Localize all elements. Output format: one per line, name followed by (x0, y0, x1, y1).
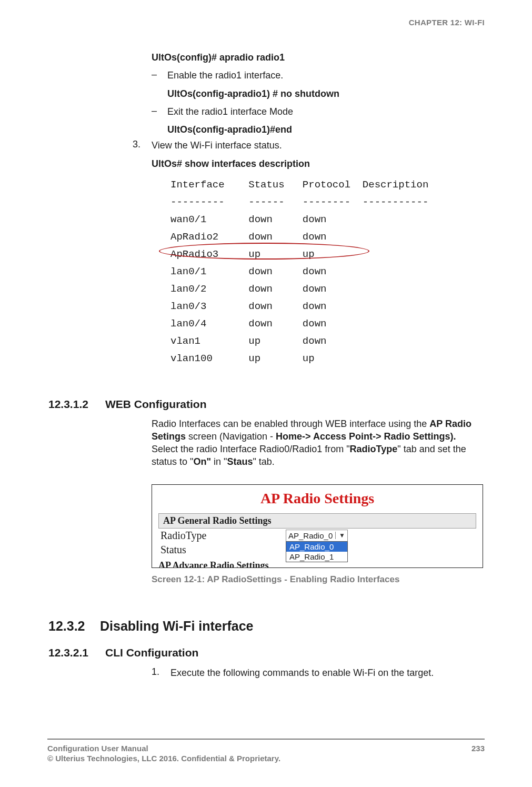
page: CHAPTER 12: WI-FI UltOs(config)# apradio… (0, 0, 532, 787)
cli-command: UltOs(config-apradio1)#end (167, 123, 485, 136)
field-label: Status (160, 544, 286, 556)
text-run: Radio Interfaces can be enabled through … (152, 419, 429, 429)
page-number: 233 (471, 744, 485, 753)
step-number: 1. (152, 666, 170, 678)
numbered-step: 3. View the Wi-Fi interface status. (133, 139, 485, 152)
field-label: RadioType (160, 530, 286, 542)
text-run: " tab. (253, 456, 274, 467)
section-heading: 12.3.2Disabling Wi-Fi interface (48, 619, 485, 634)
text-run: Home-> Access Point-> Radio Settings). (276, 431, 456, 442)
footer-rule (47, 739, 485, 740)
interface-table: Interface Status Protocol Description --… (170, 176, 485, 367)
section-title: Disabling Wi-Fi interface (100, 619, 253, 633)
dash-bullet-icon: – (152, 105, 167, 116)
paragraph: Radio Interfaces can be enabled through … (152, 418, 485, 469)
dash-bullet-icon: – (152, 69, 167, 80)
cli-command: UltOs(config)# apradio radio1 (152, 51, 485, 64)
step-text: Execute the following commands to enable… (170, 666, 434, 679)
chapter-header: CHAPTER 12: WI-FI (47, 18, 485, 27)
section-title: WEB Configuration (105, 398, 206, 410)
text-run: Select the radio Interface Radio0/Radio1… (152, 444, 350, 454)
command-block: UltOs(config)# apradio radio1 – Enable t… (152, 51, 485, 136)
section-number: 12.3.2.1 (48, 646, 105, 659)
highlight-circle (159, 243, 369, 260)
footer-row: Configuration User Manual 233 (47, 744, 485, 753)
section-number: 12.3.2 (48, 619, 100, 634)
text-run: screen (Navigation - (186, 431, 276, 442)
settings-panel: AP General Radio Settings RadioType AP_R… (158, 513, 476, 557)
section-number: 12.3.1.2 (48, 398, 105, 411)
list-item-text: Exit the radio1 interface Mode (167, 105, 293, 118)
list-item: – Enable the radio1 interface. (152, 69, 485, 82)
select-value: AP_Radio_0 (288, 531, 333, 540)
page-footer: Configuration User Manual 233 © Ulterius… (47, 739, 485, 763)
panel-heading: AP General Radio Settings (158, 513, 476, 529)
list-item-text: Enable the radio1 interface. (167, 69, 283, 82)
step-text: View the Wi-Fi interface status. (152, 139, 282, 152)
section-heading: 12.3.2.1CLI Configuration (48, 646, 485, 659)
dropdown-option[interactable]: AP_Radio_0 (286, 542, 347, 552)
embedded-screenshot: AP Radio Settings AP General Radio Setti… (152, 484, 483, 568)
radiotype-select-wrap: AP_Radio_0 ▼ AP_Radio_0AP_Radio_1 (286, 530, 348, 542)
radiotype-select[interactable]: AP_Radio_0 ▼ (286, 530, 348, 542)
dropdown-option[interactable]: AP_Radio_1 (286, 552, 347, 562)
step-number: 3. (133, 139, 152, 150)
text-run: Staus (227, 456, 253, 467)
text-run: On" (193, 456, 211, 467)
footer-copyright: © Ulterius Technologies, LLC 2016. Confi… (47, 754, 485, 763)
form-row-radiotype: RadioType AP_Radio_0 ▼ AP_Radio_0AP_Radi… (158, 529, 476, 543)
section-title: CLI Configuration (105, 646, 198, 659)
chevron-down-icon: ▼ (335, 532, 345, 539)
figure-caption: Screen 12-1: AP RadioSettings - Enabling… (152, 574, 485, 585)
screenshot-title: AP Radio Settings (152, 485, 483, 511)
numbered-step: 1. Execute the following commands to ena… (152, 666, 485, 679)
cli-command: UltOs# show interfaces description (152, 157, 485, 170)
cli-command: UltOs(config-apradio1) # no shutdown (167, 87, 485, 100)
text-run: RadioType (350, 444, 398, 454)
list-item: – Exit the radio1 interface Mode (152, 105, 485, 118)
text-run: in " (211, 456, 227, 467)
radiotype-dropdown[interactable]: AP_Radio_0AP_Radio_1 (286, 541, 348, 562)
footer-left: Configuration User Manual (47, 744, 148, 753)
section-heading: 12.3.1.2WEB Configuration (48, 398, 485, 411)
